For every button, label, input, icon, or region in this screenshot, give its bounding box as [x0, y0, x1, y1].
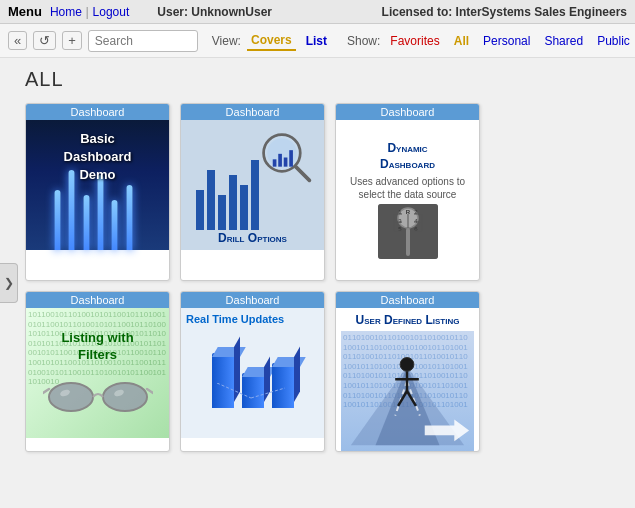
svg-line-28	[43, 389, 49, 393]
dashboard-grid: Dashboard BasicDashboardDemo	[25, 103, 620, 452]
list-view-button[interactable]: List	[302, 32, 331, 50]
card-drill-header: Dashboard	[181, 104, 324, 120]
card-dynamic-title: DynamicDashboard	[380, 141, 435, 172]
card-dynamic-dashboard[interactable]: Dashboard DynamicDashboard Uses advanced…	[335, 103, 480, 281]
svg-line-6	[296, 167, 310, 181]
svg-rect-2	[273, 159, 277, 166]
shared-filter-button[interactable]: Shared	[540, 32, 587, 50]
favorites-filter-button[interactable]: Favorites	[386, 32, 443, 50]
section-title: All	[25, 68, 620, 91]
magnify-icon	[259, 130, 314, 185]
card-dynamic-desc: Uses advanced options to select the data…	[341, 175, 474, 201]
logout-link[interactable]: Logout	[93, 5, 130, 19]
show-label: Show:	[347, 34, 380, 48]
gear-image: R 1 2 3 4 5 6	[378, 204, 438, 259]
toolbar: « ↺ + View: Covers List Show: Favorites …	[0, 24, 635, 58]
card-dynamic-header: Dashboard	[336, 104, 479, 120]
card-basic-dashboard[interactable]: Dashboard BasicDashboardDemo	[25, 103, 170, 281]
add-button[interactable]: +	[62, 31, 82, 50]
view-label: View:	[212, 34, 241, 48]
drill-chart-decoration	[196, 160, 259, 230]
left-panel-toggle[interactable]: ❯	[0, 263, 18, 303]
personal-filter-button[interactable]: Personal	[479, 32, 534, 50]
svg-rect-4	[284, 158, 288, 167]
covers-view-button[interactable]: Covers	[247, 31, 296, 51]
svg-line-33	[251, 388, 285, 398]
menu-bar: Menu Home | Logout User: UnknownUser Lic…	[0, 0, 635, 24]
svg-line-29	[147, 389, 153, 393]
licensed-prefix: Licensed to:	[382, 5, 453, 19]
svg-point-27	[103, 383, 147, 411]
back-button[interactable]: «	[8, 31, 27, 50]
svg-rect-5	[289, 150, 293, 167]
road-scene	[341, 336, 474, 446]
card-realtime-header: Dashboard	[181, 292, 324, 308]
main-content: ❯ All Dashboard BasicDashboardDemo	[0, 58, 635, 508]
card-drill-title: Drill Options	[181, 231, 324, 245]
card-realtime-updates[interactable]: Dashboard Real Time Updates	[180, 291, 325, 452]
svg-rect-3	[278, 154, 282, 167]
username: UnknownUser	[191, 5, 272, 19]
card-realtime-title: Real Time Updates	[186, 313, 284, 325]
svg-line-32	[217, 383, 251, 398]
card-listing-header: Dashboard	[26, 292, 169, 308]
public-filter-button[interactable]: Public	[593, 32, 634, 50]
svg-point-38	[400, 358, 414, 372]
sunglasses-icon	[43, 371, 153, 416]
connector-lines	[206, 383, 306, 413]
card-userdefined-header: Dashboard	[336, 292, 479, 308]
card-user-defined[interactable]: Dashboard User Defined Listing 011010010…	[335, 291, 480, 452]
refresh-button[interactable]: ↺	[33, 31, 56, 50]
svg-point-26	[49, 383, 93, 411]
card-userdefined-title: User Defined Listing	[356, 313, 460, 327]
userdefined-image: 0110100101101001011010010110100101101001…	[341, 331, 474, 451]
svg-rect-16	[406, 228, 410, 256]
card-basic-title: BasicDashboardDemo	[26, 130, 169, 185]
card-drill-options[interactable]: Dashboard	[180, 103, 325, 281]
menu-label[interactable]: Menu	[8, 4, 42, 19]
all-filter-button[interactable]: All	[450, 32, 473, 50]
home-link[interactable]: Home	[50, 5, 82, 19]
search-input[interactable]	[88, 30, 198, 52]
licensed-to: InterSystems Sales Engineers	[456, 5, 627, 19]
card-listing-title: Listing withFilters	[61, 330, 133, 364]
card-basic-header: Dashboard	[26, 104, 169, 120]
user-prefix: User:	[157, 5, 188, 19]
card-listing-filters[interactable]: Dashboard 101100101101001010110010110100…	[25, 291, 170, 452]
